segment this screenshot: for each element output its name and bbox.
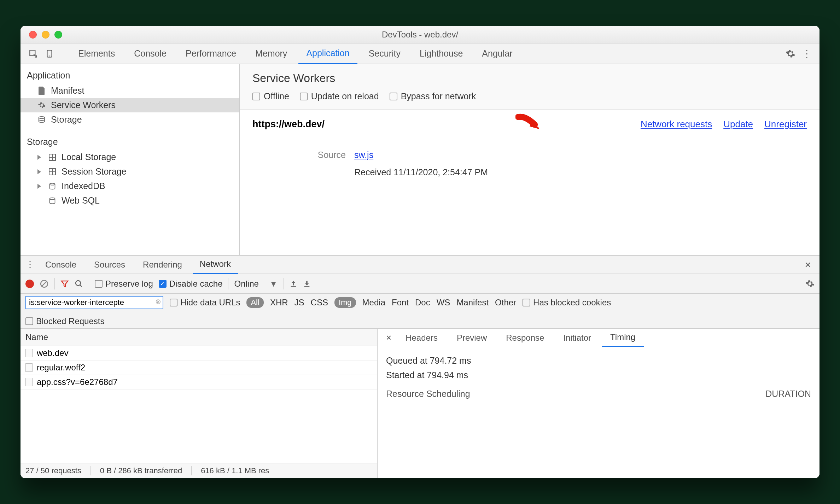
timing-queued: Queued at 794.72 ms	[386, 353, 811, 368]
drawer-close-icon[interactable]: ×	[801, 259, 815, 271]
duration-label: DURATION	[765, 389, 811, 399]
filter-type-all[interactable]: All	[246, 297, 263, 308]
database-icon	[37, 116, 46, 124]
sidebar-item-session-storage[interactable]: Session Storage	[21, 164, 239, 179]
inspect-icon[interactable]	[27, 47, 40, 60]
filter-type-img[interactable]: Img	[334, 297, 356, 308]
sidebar-item-web-sql[interactable]: Web SQL	[21, 193, 239, 208]
detail-tab-timing[interactable]: Timing	[602, 329, 644, 347]
filter-type-doc[interactable]: Doc	[415, 298, 430, 307]
sidebar-label: Local Storage	[62, 152, 116, 162]
detail-tab-response[interactable]: Response	[497, 329, 553, 347]
tab-application[interactable]: Application	[298, 43, 357, 64]
zoom-window-button[interactable]	[54, 31, 62, 39]
drawer-tab-sources[interactable]: Sources	[87, 256, 132, 274]
svg-line-13	[41, 281, 47, 286]
tab-lighthouse[interactable]: Lighthouse	[412, 43, 471, 64]
network-settings-icon[interactable]	[805, 279, 815, 288]
filter-type-font[interactable]: Font	[392, 298, 409, 307]
sidebar-section-application: Application	[21, 68, 239, 83]
panel-heading: Service Workers	[252, 72, 807, 85]
sidebar-item-manifest[interactable]: Manifest	[21, 83, 239, 98]
throttle-select[interactable]: Online▼	[234, 279, 278, 289]
sidebar-item-service-workers[interactable]: Service Workers	[21, 98, 239, 112]
search-icon[interactable]	[75, 280, 83, 288]
filter-type-xhr[interactable]: XHR	[270, 298, 288, 307]
sidebar-item-storage[interactable]: Storage	[21, 112, 239, 127]
clear-icon[interactable]	[40, 279, 49, 288]
filter-type-other[interactable]: Other	[495, 298, 516, 307]
more-icon[interactable]: ⋮	[800, 47, 813, 60]
network-toolbar: Preserve log ✓Disable cache Online▼	[21, 274, 819, 294]
origin-text: https://web.dev/	[252, 119, 325, 130]
bypass-network-checkbox[interactable]: Bypass for network	[390, 91, 476, 101]
tab-angular[interactable]: Angular	[474, 43, 520, 64]
disable-cache-checkbox[interactable]: ✓Disable cache	[159, 279, 223, 289]
preserve-log-checkbox[interactable]: Preserve log	[95, 279, 153, 289]
tab-memory[interactable]: Memory	[247, 43, 295, 64]
blocked-cookies-checkbox[interactable]: Has blocked cookies	[523, 298, 611, 307]
source-link[interactable]: sw.js	[354, 150, 373, 160]
svg-point-14	[76, 281, 81, 286]
network-filter-bar: ⊗ Hide data URLs All XHR JS CSS Img Medi…	[21, 294, 819, 329]
download-icon[interactable]	[303, 280, 311, 288]
netlist-column-name[interactable]: Name	[21, 329, 377, 346]
sidebar-label: Session Storage	[62, 166, 126, 177]
filter-type-manifest[interactable]: Manifest	[456, 298, 489, 307]
expand-icon[interactable]	[37, 155, 41, 160]
filter-input[interactable]	[25, 296, 163, 309]
tab-elements[interactable]: Elements	[70, 43, 123, 64]
database-icon	[48, 197, 57, 205]
network-row[interactable]: regular.woff2	[21, 361, 377, 375]
update-link[interactable]: Update	[723, 119, 753, 130]
status-requests: 27 / 50 requests	[25, 466, 81, 475]
sidebar-label: Service Workers	[51, 100, 116, 110]
drawer-tab-console[interactable]: Console	[38, 256, 83, 274]
sidebar-item-indexeddb[interactable]: IndexedDB	[21, 179, 239, 193]
detail-tab-headers[interactable]: Headers	[397, 329, 446, 347]
close-window-button[interactable]	[29, 31, 37, 39]
drawer-tab-network[interactable]: Network	[193, 256, 238, 274]
filter-type-media[interactable]: Media	[362, 298, 385, 307]
tab-performance[interactable]: Performance	[178, 43, 244, 64]
network-detail-pane: × Headers Preview Response Initiator Tim…	[378, 329, 819, 478]
drawer-tab-rendering[interactable]: Rendering	[136, 256, 189, 274]
clear-filter-icon[interactable]: ⊗	[155, 297, 161, 306]
sidebar-label: Storage	[51, 115, 82, 125]
source-label: Source	[282, 150, 346, 160]
upload-icon[interactable]	[290, 280, 297, 288]
detail-tab-preview[interactable]: Preview	[448, 329, 495, 347]
tab-security[interactable]: Security	[361, 43, 408, 64]
network-request-list: Name web.dev regular.woff2 app.css?v=6e2…	[21, 329, 378, 478]
filter-type-js[interactable]: JS	[294, 298, 304, 307]
expand-icon[interactable]	[37, 169, 41, 174]
network-row[interactable]: app.css?v=6e2768d7	[21, 375, 377, 389]
tab-console[interactable]: Console	[126, 43, 174, 64]
sidebar-item-local-storage[interactable]: Local Storage	[21, 150, 239, 164]
record-button[interactable]	[25, 280, 34, 288]
traffic-lights	[21, 31, 62, 39]
settings-icon[interactable]	[784, 47, 797, 60]
grid-icon	[48, 168, 57, 176]
device-toolbar-icon[interactable]	[43, 47, 56, 60]
hide-data-urls-checkbox[interactable]: Hide data URLs	[170, 298, 240, 307]
network-requests-link[interactable]: Network requests	[641, 119, 712, 130]
offline-checkbox[interactable]: Offline	[252, 91, 289, 101]
file-icon	[37, 87, 46, 95]
unregister-link[interactable]: Unregister	[764, 119, 807, 130]
main-panel: Service Workers Offline Update on reload…	[240, 64, 819, 255]
detail-tab-initiator[interactable]: Initiator	[555, 329, 600, 347]
blocked-requests-checkbox[interactable]: Blocked Requests	[25, 316, 104, 326]
filter-type-css[interactable]: CSS	[311, 298, 328, 307]
update-on-reload-checkbox[interactable]: Update on reload	[300, 91, 379, 101]
received-text: Received 11/11/2020, 2:54:47 PM	[354, 167, 488, 177]
svg-line-15	[80, 285, 82, 287]
sidebar-label: Web SQL	[62, 195, 100, 206]
drawer-more-icon[interactable]: ⋮	[25, 259, 35, 270]
network-row[interactable]: web.dev	[21, 346, 377, 361]
expand-icon[interactable]	[37, 184, 41, 189]
filter-type-ws[interactable]: WS	[437, 298, 450, 307]
filter-icon[interactable]	[60, 280, 69, 288]
close-detail-icon[interactable]: ×	[383, 332, 395, 343]
minimize-window-button[interactable]	[42, 31, 49, 39]
